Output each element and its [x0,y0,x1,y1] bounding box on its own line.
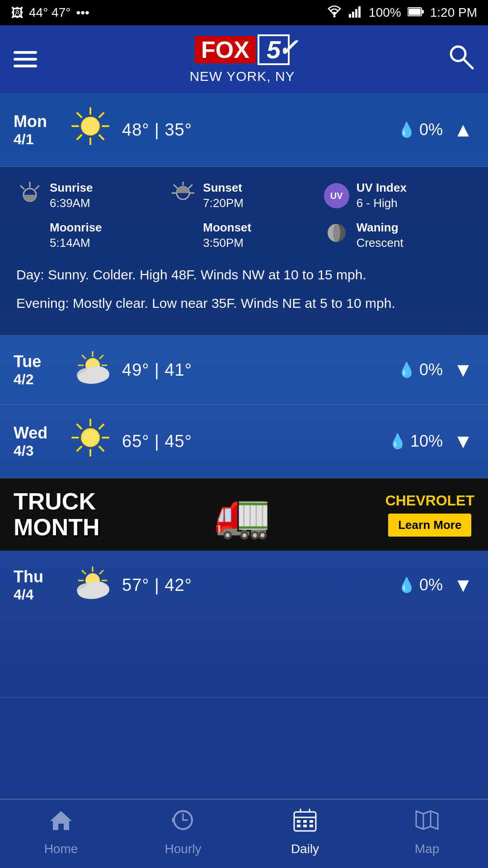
weather-icon-wed [68,417,113,465]
svg-point-46 [81,429,99,447]
svg-line-23 [21,186,24,189]
svg-line-16 [99,135,103,139]
uv-badge: UV [324,183,349,208]
daily-icon [292,807,318,838]
day-row-wed[interactable]: Wed 4/3 65° | 45° 💧 [0,405,488,478]
ad-text: TRUCKMONTH [14,489,100,540]
map-icon [414,807,440,838]
sunrise-item: Sunrise 6:39AM [16,180,165,211]
svg-line-39 [82,355,85,359]
uv-info: UV Index 6 - High [357,180,407,211]
fox5-check: ✓ [278,36,298,60]
hamburger-menu[interactable] [14,51,37,67]
svg-line-54 [77,447,81,451]
sunset-icon [169,180,197,211]
sunrise-icon [16,180,43,211]
moonset-icon [169,220,197,251]
map-label: Map [415,842,439,856]
svg-line-30 [189,185,192,188]
logo-area: FOX 5 ✓ NEW YORK, NY [189,34,295,84]
daily-label: Daily [291,842,319,856]
more-dots: ••• [76,5,89,20]
svg-rect-3 [355,9,357,18]
ad-truck-icon: 🚛 [214,488,271,541]
svg-rect-72 [297,820,300,823]
svg-line-57 [82,571,85,574]
svg-marker-78 [416,811,438,829]
search-button[interactable] [447,43,474,75]
location-label: NEW YORK, NY [189,69,295,84]
temps-wed: 65° | 45° [122,432,371,451]
drop-icon-wed: 💧 [389,433,407,450]
temps-mon: 48° | 35° [122,120,371,140]
chevron-mon: ▲ [452,118,474,141]
nav-daily[interactable]: Daily [244,800,366,868]
ad-brand-area: CHEVROLET Learn More [385,492,474,537]
day-row-tue[interactable]: Tue 4/2 49° | 41° 💧 [0,335,488,405]
evening-forecast-text: Evening: Mostly clear. Low near 35F. Win… [16,293,472,313]
svg-line-29 [174,185,177,188]
temp-display: 44° 47° [29,5,70,20]
svg-rect-77 [310,825,313,827]
status-bar: 🖼 44° 47° ••• 100% [0,0,488,25]
learn-more-btn[interactable]: Learn More [388,514,471,537]
moonrise-item: Moonrise 5:14AM [16,220,165,251]
svg-line-52 [99,447,103,451]
uv-item: UV UV Index 6 - High [323,180,472,211]
sunset-info: Sunset 7:20PM [203,180,244,211]
svg-rect-2 [352,12,354,18]
nav-hourly[interactable]: Hourly [122,800,244,868]
svg-marker-64 [50,811,72,830]
svg-rect-7 [408,9,421,15]
bottom-nav: Home Hourly [0,799,488,868]
moonset-info: Moonset 3:50PM [203,220,251,251]
day-label-thu: Thu 4/4 [14,567,59,603]
svg-line-40 [100,355,103,359]
drop-icon: 💧 [398,121,416,138]
svg-rect-74 [310,820,313,823]
day-label-mon: Mon 4/1 [14,112,59,148]
wifi-icon [326,5,343,21]
hourly-label: Hourly [165,842,202,856]
app-header: FOX 5 ✓ NEW YORK, NY [0,25,488,93]
status-left: 🖼 44° 47° ••• [11,5,89,20]
home-label: Home [44,842,78,856]
svg-line-9 [464,59,473,68]
day-row-thu[interactable]: Thu 4/4 57° | 42° 💧 0% [0,551,488,698]
signal-icon [349,5,362,21]
drop-icon-thu: 💧 [398,576,416,594]
temps-tue: 49° | 41° [122,360,371,380]
status-right: 100% 1:20 PM [326,5,477,21]
day-label-wed: Wed 4/3 [14,424,59,459]
svg-rect-73 [303,820,307,823]
battery-icon [408,5,424,20]
svg-rect-6 [422,10,424,14]
nav-home[interactable]: Home [0,800,122,868]
drop-icon-tue: 💧 [398,361,416,378]
weather-icon-tue [68,348,113,392]
day-row-mon[interactable]: Mon 4/1 48° | 35° [0,93,488,167]
day-detail-mon: Sunrise 6:39AM [0,167,488,335]
time-display: 1:20 PM [430,5,477,20]
svg-rect-75 [297,825,300,827]
nav-map[interactable]: Map [366,800,488,868]
temps-thu: 57° | 42° [122,576,371,595]
svg-line-53 [99,425,103,429]
svg-point-45 [78,371,105,384]
ad-banner[interactable]: TRUCKMONTH 🚛 CHEVROLET Learn More [0,478,488,551]
weather-content: Mon 4/1 48° | 35° [0,93,488,698]
svg-point-36 [333,224,340,242]
moonrise-info: Moonrise 5:14AM [50,220,102,251]
weather-icon-mon [68,106,113,154]
svg-rect-4 [358,6,361,18]
weather-icon-thu [68,563,113,607]
svg-point-0 [333,15,336,17]
photo-icon: 🖼 [11,5,23,20]
battery-pct: 100% [369,5,401,20]
svg-rect-76 [303,825,307,827]
svg-rect-1 [349,14,351,18]
uv-icon: UV [323,183,350,208]
svg-point-63 [78,586,105,599]
chevrolet-logo: CHEVROLET [385,492,474,509]
day-forecast-text: Day: Sunny. Colder. High 48F. Winds NW a… [16,264,472,285]
